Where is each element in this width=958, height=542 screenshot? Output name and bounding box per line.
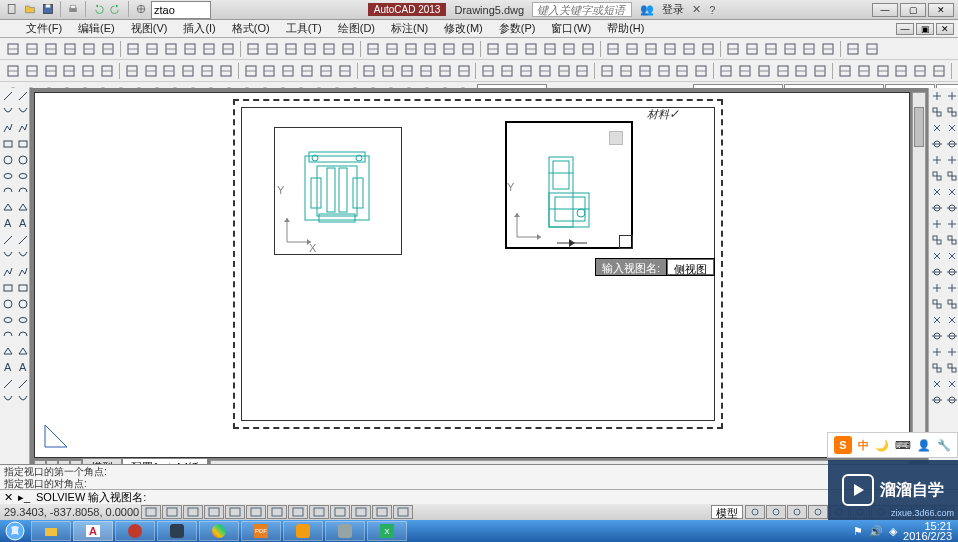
toolbar-button[interactable] — [762, 40, 780, 58]
new-icon[interactable] — [4, 1, 20, 17]
toolbar-button[interactable] — [855, 62, 873, 80]
workspace-icon[interactable] — [133, 1, 149, 17]
tool-button[interactable]: A — [16, 361, 30, 375]
tool-button[interactable] — [945, 137, 958, 151]
toolbar-button[interactable] — [819, 40, 837, 58]
toolbar-button[interactable] — [579, 40, 597, 58]
toolbar-button[interactable] — [320, 40, 338, 58]
toolbar-button[interactable] — [661, 40, 679, 58]
toolbar-button[interactable] — [402, 40, 420, 58]
toolbar-button[interactable] — [692, 62, 710, 80]
tray-volume-icon[interactable]: 🔊 — [869, 525, 883, 538]
task-autocad[interactable]: A — [73, 521, 113, 541]
tool-button[interactable] — [945, 361, 958, 375]
status-right-button[interactable] — [808, 505, 828, 519]
coordinates-readout[interactable]: 29.3403, -837.8058, 0.0000 — [4, 506, 139, 518]
toolbar-button[interactable] — [4, 40, 22, 58]
scrollbar-thumb[interactable] — [914, 107, 924, 147]
toolbar-button[interactable] — [642, 40, 660, 58]
task-app-2[interactable] — [157, 521, 197, 541]
toolbar-button[interactable] — [717, 62, 735, 80]
tool-button[interactable] — [16, 393, 30, 407]
toolbar-button[interactable] — [674, 62, 692, 80]
toolbar-button[interactable] — [23, 62, 41, 80]
menu-insert[interactable]: 插入(I) — [177, 20, 221, 37]
doc-close-button[interactable]: ✕ — [936, 23, 954, 35]
toolbar-button[interactable] — [598, 62, 616, 80]
print-icon[interactable] — [65, 1, 81, 17]
ime-person-icon[interactable]: 👤 — [917, 439, 931, 452]
menu-window[interactable]: 窗口(W) — [545, 20, 597, 37]
toolbar-button[interactable] — [42, 62, 60, 80]
tool-button[interactable] — [945, 377, 958, 391]
menu-edit[interactable]: 编辑(E) — [72, 20, 121, 37]
status-toggle-qp[interactable] — [372, 505, 392, 519]
tool-button[interactable] — [1, 137, 15, 151]
toolbar-button[interactable] — [282, 40, 300, 58]
tool-button[interactable] — [1, 329, 15, 343]
toolbar-button[interactable] — [680, 40, 698, 58]
toolbar-button[interactable] — [930, 62, 948, 80]
toolbar-button[interactable] — [142, 62, 160, 80]
toolbar-button[interactable] — [279, 62, 297, 80]
tool-button[interactable] — [930, 233, 944, 247]
tool-button[interactable] — [16, 249, 30, 263]
menu-format[interactable]: 格式(O) — [226, 20, 276, 37]
toolbar-button[interactable] — [421, 40, 439, 58]
tool-button[interactable] — [1, 201, 15, 215]
toolbar-button[interactable] — [124, 40, 142, 58]
tool-button[interactable] — [930, 329, 944, 343]
toolbar-button[interactable] — [162, 40, 180, 58]
toolbar-button[interactable] — [79, 62, 97, 80]
toolbar-button[interactable] — [555, 62, 573, 80]
toolbar-button[interactable] — [219, 40, 237, 58]
tool-button[interactable] — [16, 121, 30, 135]
toolbar-button[interactable] — [99, 40, 117, 58]
toolbar-button[interactable] — [699, 40, 717, 58]
tool-button[interactable] — [945, 297, 958, 311]
tool-button[interactable] — [945, 217, 958, 231]
tool-button[interactable] — [930, 345, 944, 359]
toolbar-button[interactable] — [503, 40, 521, 58]
task-explorer[interactable] — [31, 521, 71, 541]
tool-button[interactable] — [945, 233, 958, 247]
toolbar-button[interactable] — [42, 40, 60, 58]
toolbar-button[interactable] — [774, 62, 792, 80]
toolbar-button[interactable] — [160, 62, 178, 80]
toolbar-button[interactable] — [479, 62, 497, 80]
redo-icon[interactable] — [108, 1, 124, 17]
tool-button[interactable] — [16, 297, 30, 311]
tool-button[interactable] — [930, 297, 944, 311]
status-right-button[interactable] — [745, 505, 765, 519]
tool-button[interactable] — [945, 105, 958, 119]
tool-button[interactable] — [16, 313, 30, 327]
tool-button[interactable] — [945, 153, 958, 167]
tray-date[interactable]: 2016/2/23 — [903, 531, 952, 541]
toolbar-button[interactable] — [604, 40, 622, 58]
sogou-logo-icon[interactable]: S — [834, 436, 852, 454]
status-toggle-dyn[interactable] — [309, 505, 329, 519]
ime-keyboard-icon[interactable]: ⌨ — [895, 439, 911, 452]
toolbar-button[interactable] — [484, 40, 502, 58]
status-toggle-polar[interactable] — [204, 505, 224, 519]
tool-button[interactable] — [1, 121, 15, 135]
status-toggle-ortho[interactable] — [183, 505, 203, 519]
tool-button[interactable] — [1, 345, 15, 359]
save-icon[interactable] — [40, 1, 56, 17]
toolbar-button[interactable] — [143, 40, 161, 58]
toolbar-button[interactable] — [263, 40, 281, 58]
menu-view[interactable]: 视图(V) — [125, 20, 174, 37]
menu-dimension[interactable]: 标注(N) — [385, 20, 434, 37]
doc-minimize-button[interactable]: — — [896, 23, 914, 35]
tool-button[interactable] — [945, 329, 958, 343]
open-icon[interactable] — [22, 1, 38, 17]
tool-button[interactable] — [16, 153, 30, 167]
toolbar-button[interactable] — [836, 62, 854, 80]
toolbar-button[interactable] — [844, 40, 862, 58]
toolbar-button[interactable] — [874, 62, 892, 80]
prompt-value[interactable]: 侧视图 — [667, 259, 714, 275]
toolbar-button[interactable] — [123, 62, 141, 80]
ime-settings-icon[interactable]: 🔧 — [937, 439, 951, 452]
toolbar-button[interactable] — [23, 40, 41, 58]
status-toggle-lwt[interactable] — [330, 505, 350, 519]
